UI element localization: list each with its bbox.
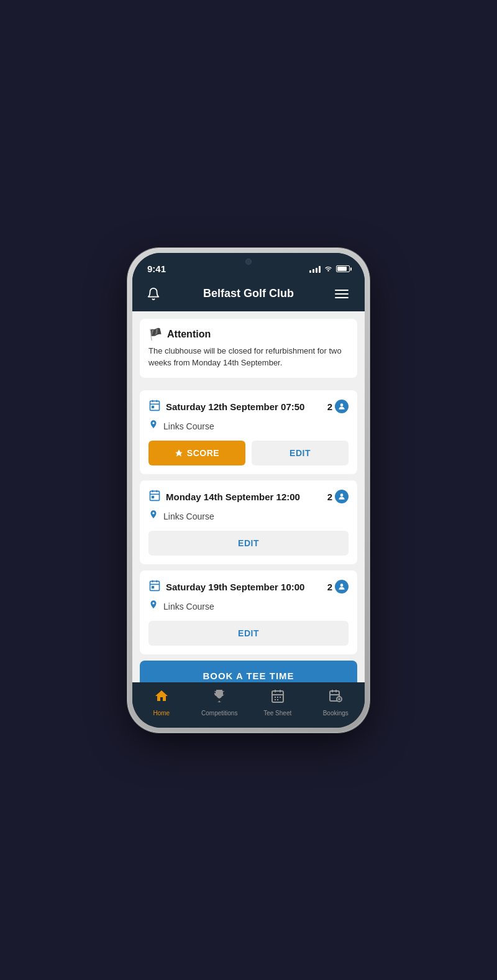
edit-button-2[interactable]: EDIT xyxy=(148,531,349,556)
booking-datetime-3: Saturday 19th September 10:00 xyxy=(148,579,304,595)
trophy-icon xyxy=(212,689,227,707)
calendar-icon-2 xyxy=(148,489,161,505)
attention-body: The clubhouse will be closed for refurbi… xyxy=(148,345,349,369)
book-tee-time-button[interactable]: BOOK A TEE TIME xyxy=(140,661,357,682)
booking-location-text-2: Links Course xyxy=(163,511,214,521)
booking-row-date-1: Saturday 12th September 07:50 2 xyxy=(148,399,349,414)
svg-rect-12 xyxy=(150,581,160,590)
bell-button[interactable] xyxy=(145,285,162,303)
location-icon-2 xyxy=(148,510,158,523)
nav-label-home: Home xyxy=(153,710,170,717)
location-icon-1 xyxy=(148,419,158,433)
booking-card-2: Monday 14th September 12:00 2 xyxy=(140,480,357,564)
edit-button-1[interactable]: EDIT xyxy=(252,441,349,465)
booking-location-3: Links Course xyxy=(148,600,349,613)
booking-location-text-3: Links Course xyxy=(163,602,214,611)
menu-button[interactable] xyxy=(335,285,352,303)
svg-rect-16 xyxy=(152,586,154,588)
menu-icon xyxy=(335,293,349,295)
booking-card-3: Saturday 19th September 10:00 2 xyxy=(140,570,357,654)
score-icon xyxy=(175,449,183,457)
menu-icon xyxy=(335,290,349,291)
bookings-icon xyxy=(328,689,343,707)
svg-point-11 xyxy=(340,493,344,497)
status-time: 9:41 xyxy=(147,263,166,274)
svg-rect-0 xyxy=(150,401,160,410)
booking-row-date-3: Saturday 19th September 10:00 2 xyxy=(148,579,349,595)
menu-icon xyxy=(335,297,349,298)
booking-datetime-1: Saturday 12th September 07:50 xyxy=(148,399,304,414)
booking-actions-1: SCORE EDIT xyxy=(148,441,349,465)
player-count-2: 2 xyxy=(327,490,349,503)
tee-sheet-icon xyxy=(270,689,285,707)
nav-label-bookings: Bookings xyxy=(323,710,349,717)
camera xyxy=(245,259,252,265)
status-icons xyxy=(309,264,350,273)
phone-notch xyxy=(208,253,289,270)
booking-location-2: Links Course xyxy=(148,510,349,523)
player-count-1: 2 xyxy=(327,400,349,413)
wifi-icon xyxy=(324,264,333,273)
nav-item-bookings[interactable]: Bookings xyxy=(307,689,365,717)
booking-date-3: Saturday 19th September 10:00 xyxy=(166,582,304,592)
svg-rect-26 xyxy=(277,699,278,700)
svg-rect-6 xyxy=(150,491,160,500)
player-count-3: 2 xyxy=(327,580,349,593)
flag-icon: 🏴 xyxy=(148,327,162,341)
edit-button-3[interactable]: EDIT xyxy=(148,621,349,646)
calendar-icon-1 xyxy=(148,399,161,414)
booking-date-2: Monday 14th September 12:00 xyxy=(166,492,300,502)
svg-rect-23 xyxy=(277,697,278,698)
phone-frame: 9:41 xyxy=(127,248,370,733)
bottom-nav: Home Competitions xyxy=(132,682,365,728)
booking-card-1: Saturday 12th September 07:50 2 xyxy=(140,390,357,474)
svg-rect-25 xyxy=(275,699,276,700)
home-icon xyxy=(154,689,169,707)
score-button-1[interactable]: SCORE xyxy=(148,441,245,465)
svg-rect-10 xyxy=(152,496,154,498)
app-title: Belfast Golf Club xyxy=(203,287,294,300)
svg-rect-24 xyxy=(280,697,281,698)
attention-card: 🏴 Attention The clubhouse will be closed… xyxy=(140,319,357,378)
booking-datetime-2: Monday 14th September 12:00 xyxy=(148,489,300,505)
battery-icon xyxy=(336,265,350,272)
player-icon-2 xyxy=(335,490,349,503)
signal-icon xyxy=(309,265,321,273)
location-icon-3 xyxy=(148,600,158,613)
booking-location-text-1: Links Course xyxy=(163,421,214,431)
nav-item-tee-sheet[interactable]: Tee Sheet xyxy=(248,689,307,717)
booking-location-1: Links Course xyxy=(148,419,349,433)
svg-point-5 xyxy=(340,403,344,406)
attention-header: 🏴 Attention xyxy=(148,327,349,341)
main-content: 🏴 Attention The clubhouse will be closed… xyxy=(132,311,365,682)
svg-rect-22 xyxy=(275,697,276,698)
svg-point-17 xyxy=(340,584,344,587)
svg-rect-4 xyxy=(152,406,154,408)
nav-item-home[interactable]: Home xyxy=(132,689,191,717)
nav-label-tee-sheet: Tee Sheet xyxy=(263,710,291,717)
booking-row-date-2: Monday 14th September 12:00 2 xyxy=(148,489,349,505)
app-header: Belfast Golf Club xyxy=(132,280,365,311)
player-icon-1 xyxy=(335,400,349,413)
player-icon-3 xyxy=(335,580,349,593)
nav-item-competitions[interactable]: Competitions xyxy=(191,689,249,717)
attention-title: Attention xyxy=(167,329,211,340)
booking-date-1: Saturday 12th September 07:50 xyxy=(166,401,304,412)
nav-label-competitions: Competitions xyxy=(201,710,237,717)
calendar-icon-3 xyxy=(148,579,161,595)
phone-screen: 9:41 xyxy=(132,253,365,728)
